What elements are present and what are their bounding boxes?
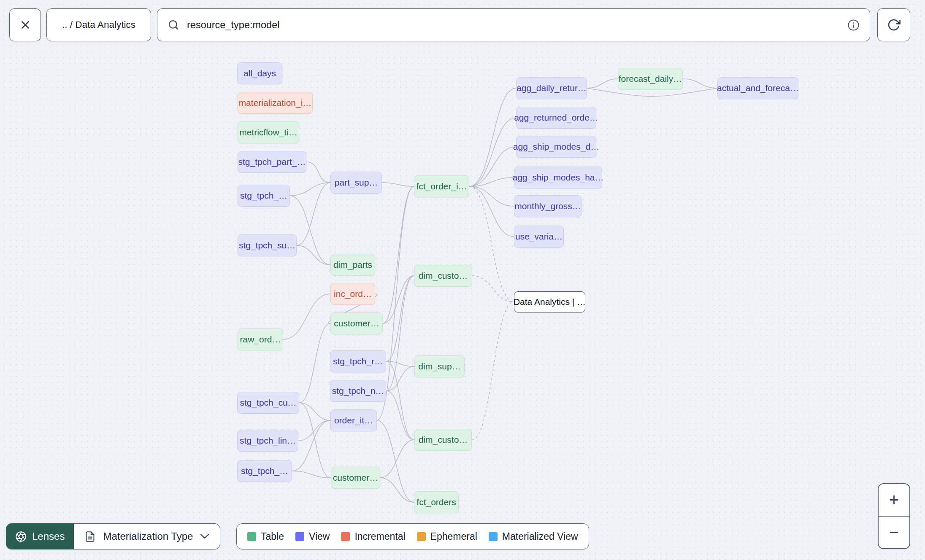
graph-node-materialization[interactable]: materialization_i… [238, 92, 313, 114]
graph-node-agg_ship_ha[interactable]: agg_ship_modes_ha… [514, 167, 602, 188]
graph-node-stg_tpch_n[interactable]: stg_tpch_n… [330, 380, 386, 402]
edge-stg_tpch_su-to-part_sup [297, 183, 330, 245]
lenses-button-label: Lenses [32, 530, 65, 542]
edge-fct_order_items-to-use_varia [469, 186, 514, 237]
search-icon [168, 19, 179, 31]
edge-stg_tpch_part_a-to-part_sup [306, 162, 330, 183]
graph-node-agg_returned[interactable]: agg_returned_orde… [516, 107, 596, 129]
breadcrumb: .. / Data Analytics [62, 19, 135, 30]
edge-fct_order_items-to-monthly_gross [469, 186, 514, 206]
graph-node-all_days[interactable]: all_days [237, 62, 282, 84]
lenses-control: Lenses Materialization Type [6, 523, 220, 549]
legend-item-ephemeral: Ephemeral [417, 531, 477, 542]
refresh-icon [887, 18, 901, 32]
close-button[interactable] [9, 8, 41, 41]
graph-node-stg_tpch_part_a[interactable]: stg_tpch_part_… [238, 151, 306, 173]
edge-stg_tpch_b-to-part_sup [290, 183, 330, 196]
breadcrumb-button[interactable]: .. / Data Analytics [46, 8, 151, 41]
graph-node-forecast_daily[interactable]: forecast_daily… [618, 68, 683, 90]
materialization-legend: TableViewIncrementalEphemeralMaterialize… [236, 523, 589, 549]
graph-node-dim_custo_a[interactable]: dim_custo… [414, 265, 472, 287]
edge-fct_order_items-to-agg_returned [469, 118, 516, 186]
legend-label: Table [261, 531, 284, 542]
graph-node-stg_tpch_su[interactable]: stg_tpch_su… [238, 234, 297, 256]
graph-node-stg_tpch_r[interactable]: stg_tpch_r… [330, 350, 386, 372]
refresh-button[interactable] [877, 8, 910, 41]
graph-node-metricflow[interactable]: metricflow_ti… [238, 121, 299, 143]
graph-node-fct_order_items[interactable]: fct_order_i… [414, 175, 469, 197]
graph-node-inc_ord[interactable]: inc_ord… [330, 283, 375, 305]
edge-customer_b-to-dim_custo_b [380, 440, 414, 478]
close-icon [19, 19, 32, 31]
lens-selector[interactable]: Materialization Type [74, 523, 220, 549]
legend-swatch [489, 532, 498, 541]
zoom-in-button[interactable]: + [879, 484, 909, 516]
document-icon [84, 531, 96, 542]
graph-node-customer_a[interactable]: customer… [330, 312, 383, 334]
graph-node-customer_b[interactable]: customer… [331, 467, 380, 489]
legend-label: View [309, 531, 330, 542]
edge-stg_tpch_c-to-customer_b [292, 471, 331, 478]
aperture-icon [15, 531, 27, 542]
edge-stg_tpch_cu-to-customer_b [299, 403, 331, 478]
graph-node-part_sup[interactable]: part_sup… [330, 172, 382, 194]
edge-order_items-to-fct_orders [377, 420, 414, 502]
edge-stg_tpch_n-to-dim_custo_b [386, 391, 414, 440]
legend-swatch [295, 532, 304, 541]
edge-fct_order_items-to-agg_daily [469, 88, 516, 186]
graph-node-agg_daily[interactable]: agg_daily_retur… [516, 77, 587, 99]
legend-label: Materialized View [502, 531, 578, 542]
graph-node-agg_ship_d[interactable]: agg_ship_modes_d… [516, 136, 596, 158]
edge-raw_orders-to-inc_ord [283, 294, 330, 339]
legend-item-materialized-view: Materialized View [489, 531, 578, 542]
edge-customer_a-to-fct_order_items [383, 186, 414, 323]
search-bar[interactable] [157, 8, 870, 41]
edge-stg_tpch_su-to-dim_parts [297, 245, 330, 265]
lenses-button[interactable]: Lenses [6, 523, 74, 549]
edge-stg_tpch_cu-to-customer_a [299, 323, 330, 403]
edge-fct_order_items-to-data_analytics [469, 186, 514, 302]
graph-node-use_varia[interactable]: use_varia… [514, 226, 564, 248]
graph-node-actual_forecast[interactable]: actual_and_foreca… [717, 77, 798, 99]
lineage-canvas[interactable]: all_daysmaterialization_i…metricflow_ti…… [0, 0, 925, 560]
legend-swatch [417, 532, 426, 541]
info-icon[interactable] [847, 19, 860, 31]
edge-dim_custo_b-to-data_analytics [472, 302, 514, 440]
legend-swatch [341, 532, 350, 541]
zoom-controls: + − [878, 483, 910, 549]
legend-item-incremental: Incremental [341, 531, 405, 542]
graph-node-dim_sup[interactable]: dim_sup… [414, 355, 465, 377]
graph-node-stg_tpch_cu[interactable]: stg_tpch_cu… [237, 392, 299, 414]
edge-stg_tpch_r-to-dim_custo_b [386, 361, 414, 440]
legend-items: TableViewIncrementalEphemeralMaterialize… [247, 531, 578, 542]
legend-swatch [247, 532, 256, 541]
zoom-out-button[interactable]: − [879, 516, 909, 548]
edge-stg_tpch_n-to-dim_custo_a [386, 276, 414, 391]
graph-node-stg_tpch_b[interactable]: stg_tpch_… [238, 185, 290, 207]
legend-item-view: View [295, 531, 330, 542]
legend-label: Ephemeral [430, 531, 477, 542]
search-input[interactable] [186, 19, 841, 31]
graph-node-monthly_gross[interactable]: monthly_gross… [514, 195, 582, 217]
selected-lens-label: Materialization Type [103, 530, 193, 542]
edge-forecast_daily-to-actual_forecast [683, 79, 717, 88]
legend-item-table: Table [247, 531, 284, 542]
edge-part_sup-to-fct_order_items [382, 183, 414, 186]
graph-node-stg_tpch_c[interactable]: stg_tpch_… [237, 460, 292, 482]
edge-agg_daily-to-forecast_daily [587, 79, 618, 88]
graph-node-order_items[interactable]: order_it… [330, 409, 377, 431]
graph-node-data_analytics[interactable]: Data Analytics | … [514, 291, 585, 312]
graph-node-stg_tpch_lin[interactable]: stg_tpch_lin… [237, 430, 298, 452]
legend-label: Incremental [354, 531, 405, 542]
graph-node-dim_custo_b[interactable]: dim_custo… [414, 429, 472, 451]
edge-customer_b-to-fct_orders [380, 478, 414, 502]
edge-customer_a-to-dim_custo_a [383, 276, 414, 323]
chevron-down-icon [200, 533, 209, 539]
graph-node-fct_orders[interactable]: fct_orders [414, 491, 459, 513]
graph-node-dim_parts[interactable]: dim_parts [330, 254, 375, 276]
graph-node-raw_orders[interactable]: raw_ord… [238, 328, 283, 350]
